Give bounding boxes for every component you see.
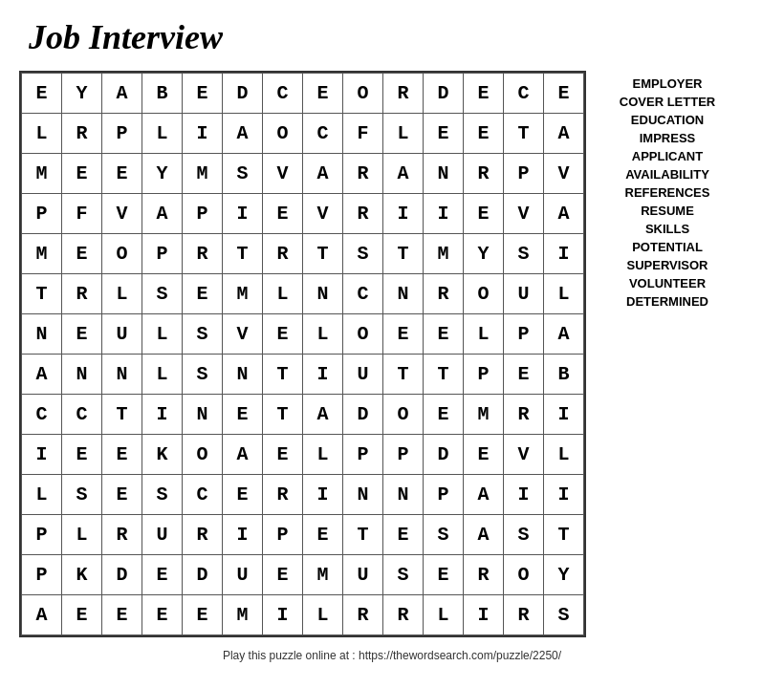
grid-cell: S <box>183 355 223 395</box>
grid-cell: R <box>383 74 424 114</box>
grid-cell: R <box>383 595 424 635</box>
grid-cell: L <box>142 314 183 355</box>
grid-cell: R <box>343 194 383 234</box>
word-item: COVER LETTER <box>620 95 715 109</box>
grid-cell: N <box>303 274 343 314</box>
grid-cell: P <box>22 194 62 234</box>
word-item: REFERENCES <box>625 185 710 200</box>
grid-cell: S <box>383 555 424 595</box>
grid-cell: L <box>464 314 504 355</box>
grid-cell: S <box>142 274 183 314</box>
grid-cell: N <box>424 154 464 194</box>
grid-cell: I <box>383 194 424 234</box>
grid-cell: I <box>424 194 464 234</box>
grid-cell: I <box>183 114 223 154</box>
grid-cell: C <box>183 475 223 515</box>
grid-cell: L <box>544 435 584 475</box>
grid-cell: L <box>544 274 584 314</box>
grid-cell: S <box>424 515 464 555</box>
grid-cell: E <box>223 395 263 435</box>
grid-cell: P <box>343 435 383 475</box>
grid-cell: P <box>504 154 544 194</box>
grid-cell: A <box>464 475 504 515</box>
grid-cell: C <box>343 274 383 314</box>
grid-cell: I <box>223 515 263 555</box>
word-item: SKILLS <box>645 222 689 236</box>
grid-cell: A <box>22 595 62 635</box>
grid-cell: C <box>303 114 343 154</box>
grid-cell: A <box>142 194 183 234</box>
grid-cell: L <box>102 274 142 314</box>
grid-cell: O <box>464 274 504 314</box>
main-content: EYABEDCEORDECELRPLIAOCFLEETAMEEYMSVARANR… <box>19 71 765 637</box>
grid-cell: I <box>544 475 584 515</box>
grid-cell: A <box>303 395 343 435</box>
grid-cell: E <box>102 435 142 475</box>
grid-cell: Y <box>464 234 504 274</box>
grid-cell: M <box>303 555 343 595</box>
grid-cell: N <box>343 475 383 515</box>
grid-cell: M <box>223 595 263 635</box>
grid-cell: D <box>102 555 142 595</box>
grid-cell: L <box>303 435 343 475</box>
grid-cell: C <box>263 74 303 114</box>
grid-cell: L <box>62 515 102 555</box>
footer-text: Play this puzzle online at : https://the… <box>223 649 561 662</box>
grid-cell: S <box>504 515 544 555</box>
word-search-grid: EYABEDCEORDECELRPLIAOCFLEETAMEEYMSVARANR… <box>19 71 586 637</box>
grid-cell: S <box>62 475 102 515</box>
grid-cell: T <box>223 234 263 274</box>
grid-cell: S <box>142 475 183 515</box>
grid-cell: A <box>544 194 584 234</box>
grid-cell: O <box>504 555 544 595</box>
grid-cell: C <box>504 74 544 114</box>
grid-cell: E <box>383 515 424 555</box>
grid-cell: V <box>303 194 343 234</box>
grid-cell: M <box>424 234 464 274</box>
word-list: EMPLOYERCOVER LETTEREDUCATIONIMPRESSAPPL… <box>605 71 730 309</box>
grid-cell: E <box>544 74 584 114</box>
grid-cell: T <box>383 355 424 395</box>
grid-cell: E <box>223 475 263 515</box>
grid-cell: D <box>424 435 464 475</box>
grid-cell: L <box>383 114 424 154</box>
grid-cell: V <box>263 154 303 194</box>
grid-cell: R <box>464 154 504 194</box>
grid-cell: E <box>263 435 303 475</box>
grid-cell: P <box>504 314 544 355</box>
grid-cell: P <box>424 475 464 515</box>
grid-cell: E <box>303 74 343 114</box>
grid-cell: M <box>22 154 62 194</box>
grid-cell: U <box>223 555 263 595</box>
grid-cell: E <box>424 395 464 435</box>
grid-cell: F <box>343 114 383 154</box>
grid-cell: K <box>142 435 183 475</box>
grid-cell: A <box>22 355 62 395</box>
grid-cell: E <box>263 555 303 595</box>
grid-cell: N <box>22 314 62 355</box>
grid-cell: U <box>504 274 544 314</box>
grid-cell: E <box>424 555 464 595</box>
grid-cell: A <box>544 314 584 355</box>
grid-cell: E <box>102 154 142 194</box>
grid-cell: V <box>102 194 142 234</box>
grid-cell: S <box>504 234 544 274</box>
grid-cell: N <box>383 475 424 515</box>
grid-cell: I <box>544 234 584 274</box>
grid-cell: I <box>504 475 544 515</box>
grid-cell: L <box>142 355 183 395</box>
grid-cell: T <box>343 515 383 555</box>
grid-cell: V <box>504 194 544 234</box>
grid-cell: E <box>464 194 504 234</box>
grid-cell: A <box>544 114 584 154</box>
grid-cell: R <box>263 234 303 274</box>
grid-cell: E <box>183 274 223 314</box>
grid-cell: E <box>102 595 142 635</box>
grid-cell: N <box>62 355 102 395</box>
grid-cell: T <box>303 234 343 274</box>
grid-cell: T <box>263 395 303 435</box>
grid-cell: R <box>102 515 142 555</box>
grid-cell: R <box>62 274 102 314</box>
grid-cell: A <box>383 154 424 194</box>
word-item: POTENTIAL <box>632 240 703 254</box>
